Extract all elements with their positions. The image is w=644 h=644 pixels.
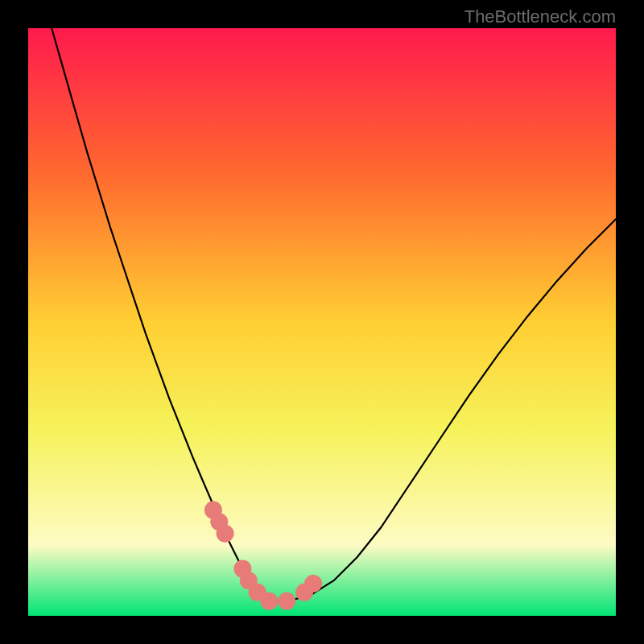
gradient-background — [28, 28, 616, 616]
marker-dot — [217, 525, 234, 543]
chart-svg — [28, 28, 616, 616]
watermark-text: TheBottleneck.com — [464, 6, 616, 27]
plot-area — [28, 28, 616, 616]
marker-dot — [278, 592, 295, 610]
marker-dot — [304, 575, 322, 592]
marker-dot — [260, 592, 278, 610]
chart-frame: TheBottleneck.com — [0, 0, 644, 644]
